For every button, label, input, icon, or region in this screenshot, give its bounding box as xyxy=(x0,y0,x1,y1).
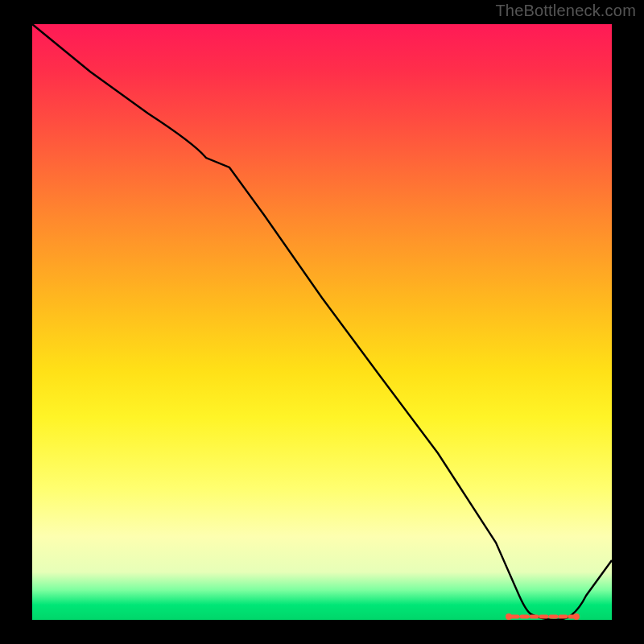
svg-point-2 xyxy=(573,613,580,620)
chart-svg xyxy=(32,24,612,620)
chart-frame: TheBottleneck.com xyxy=(0,0,644,644)
watermark-text: TheBottleneck.com xyxy=(495,2,636,20)
plot-area xyxy=(32,24,612,620)
bottleneck-curve xyxy=(32,24,612,620)
